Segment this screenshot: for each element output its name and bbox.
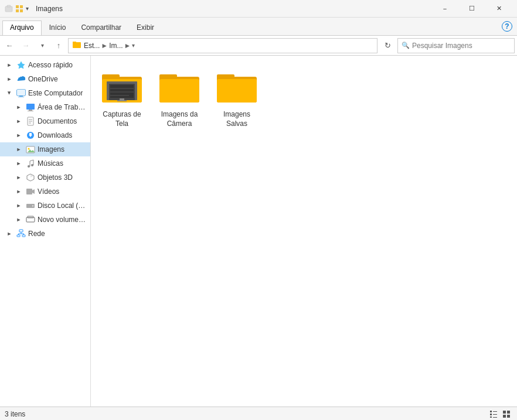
svg-rect-39 — [22, 235, 25, 237]
search-input[interactable] — [412, 42, 511, 50]
sidebar-label-3d: Objetos 3D — [38, 173, 73, 182]
expand-videos[interactable]: ► — [14, 187, 23, 196]
svg-marker-31 — [32, 189, 35, 194]
svg-rect-10 — [17, 90, 25, 95]
expand-new-volume[interactable]: ► — [14, 215, 23, 224]
minimize-button[interactable]: − — [431, 0, 458, 18]
folder-saved-thumb — [214, 63, 260, 109]
app-icon-small — [5, 5, 13, 13]
search-box[interactable]: 🔍 — [397, 38, 515, 53]
sidebar: ► Acesso rápido ► OneDrive ► — [0, 56, 91, 407]
documents-icon — [25, 116, 36, 127]
sidebar-label-videos: Vídeos — [38, 187, 59, 196]
svg-rect-2 — [16, 5, 19, 8]
expand-network[interactable]: ► — [5, 229, 14, 238]
sidebar-item-videos[interactable]: ► Vídeos — [0, 185, 90, 199]
svg-rect-22 — [29, 133, 32, 135]
this-pc-icon — [16, 88, 26, 98]
sidebar-item-3d[interactable]: ► Objetos 3D — [0, 170, 90, 185]
recent-locations-button[interactable]: ▾ — [35, 39, 49, 53]
sidebar-label-onedrive: OneDrive — [28, 75, 58, 83]
svg-rect-70 — [503, 415, 506, 418]
tab-inicio[interactable]: Início — [42, 21, 74, 35]
sidebar-item-quick-access[interactable]: ► Acesso rápido — [0, 58, 90, 72]
downloads-icon — [25, 130, 36, 141]
forward-button[interactable]: → — [19, 39, 33, 53]
title-bar-arrow: ▾ — [26, 5, 29, 12]
back-button[interactable]: ← — [2, 39, 16, 53]
tab-exibir[interactable]: Exibir — [129, 21, 162, 35]
folder-saved-svg — [216, 69, 258, 104]
folder-camera[interactable]: Imagens da Câmera — [153, 60, 206, 131]
main-layout: ► Acesso rápido ► OneDrive ► — [0, 56, 517, 407]
ribbon: Arquivo Início Compartilhar Exibir ? — [0, 18, 517, 36]
path-dropdown-arrow: ▾ — [132, 42, 135, 49]
expand-music[interactable]: ► — [14, 159, 23, 168]
sidebar-item-desktop[interactable]: ► Área de Trabalho — [0, 100, 90, 114]
desktop-icon — [25, 102, 36, 112]
sidebar-item-music[interactable]: ► Músicas — [0, 156, 90, 170]
expand-onedrive[interactable]: ► — [5, 74, 14, 84]
svg-rect-14 — [29, 110, 32, 111]
svg-rect-12 — [18, 97, 24, 97]
svg-point-26 — [28, 165, 30, 168]
expand-downloads[interactable]: ► — [14, 131, 23, 140]
up-button[interactable]: ↑ — [52, 39, 66, 53]
svg-rect-34 — [28, 206, 31, 206]
sidebar-label-local-disk: Disco Local (C:) — [38, 202, 87, 210]
sidebar-label-images: Imagens — [38, 145, 64, 153]
address-path[interactable]: Est... ► Im... ► ▾ — [68, 38, 377, 53]
svg-rect-5 — [20, 9, 23, 12]
network-icon — [16, 228, 26, 239]
search-icon: 🔍 — [402, 42, 410, 49]
maximize-button[interactable]: ☐ — [458, 0, 485, 18]
expand-local-disk[interactable]: ► — [14, 201, 23, 210]
svg-rect-45 — [102, 74, 120, 79]
tab-arquivo[interactable]: Arquivo — [2, 21, 42, 35]
path-sep-2: ► — [124, 42, 131, 50]
svg-rect-60 — [217, 74, 234, 79]
expand-this-pc[interactable]: ► — [5, 88, 14, 98]
sidebar-item-new-volume[interactable]: ► Novo volume (E:) — [0, 213, 90, 227]
expand-desktop[interactable]: ► — [14, 103, 23, 112]
sidebar-item-network[interactable]: ► Rede — [0, 227, 90, 241]
svg-rect-15 — [28, 111, 33, 111]
svg-rect-38 — [17, 235, 20, 237]
sidebar-item-local-disk[interactable]: ► Disco Local (C:) — [0, 199, 90, 213]
svg-rect-37 — [19, 230, 23, 232]
large-icons-view-button[interactable] — [501, 408, 512, 420]
content-area: Capturas de Tela Imagens da Câmera — [91, 56, 517, 407]
address-bar: ← → ▾ ↑ Est... ► Im... ► ▾ ↻ 🔍 — [0, 36, 517, 56]
folder-camera-thumb — [157, 63, 202, 109]
sidebar-label-documents: Documentos — [38, 117, 77, 125]
expand-quick-access[interactable]: ► — [5, 60, 14, 70]
window-controls: − ☐ ✕ — [431, 0, 512, 18]
folder-saved[interactable]: Imagens Salvas — [210, 60, 263, 131]
close-button[interactable]: ✕ — [485, 0, 512, 18]
svg-rect-62 — [490, 411, 492, 412]
expand-3d[interactable]: ► — [14, 173, 23, 182]
sidebar-item-this-pc[interactable]: ► Este Computador — [0, 86, 90, 100]
svg-rect-7 — [73, 42, 76, 43]
sidebar-item-documents[interactable]: ► Documentos — [0, 114, 90, 128]
svg-rect-55 — [117, 100, 127, 101]
path-part-im[interactable]: Im... — [109, 42, 123, 50]
svg-rect-13 — [26, 104, 35, 110]
svg-rect-67 — [493, 417, 497, 418]
sidebar-item-onedrive[interactable]: ► OneDrive — [0, 72, 90, 86]
svg-rect-50 — [110, 85, 134, 98]
music-icon — [25, 158, 36, 169]
tab-compartilhar[interactable]: Compartilhar — [73, 21, 129, 35]
expand-images[interactable]: ► — [14, 145, 23, 154]
expand-documents[interactable]: ► — [14, 117, 23, 126]
sidebar-item-downloads[interactable]: ► Downloads — [0, 128, 90, 142]
help-button[interactable]: ? — [502, 21, 512, 32]
folder-capturas[interactable]: Capturas de Tela — [96, 60, 148, 131]
images-icon — [25, 144, 36, 155]
folder-capturas-label: Capturas de Tela — [98, 110, 145, 128]
svg-rect-64 — [490, 416, 492, 418]
refresh-button[interactable]: ↻ — [380, 38, 395, 53]
details-view-button[interactable] — [488, 408, 499, 420]
sidebar-item-images[interactable]: ► Imagens — [0, 142, 90, 156]
path-part-est[interactable]: Est... — [84, 42, 100, 50]
